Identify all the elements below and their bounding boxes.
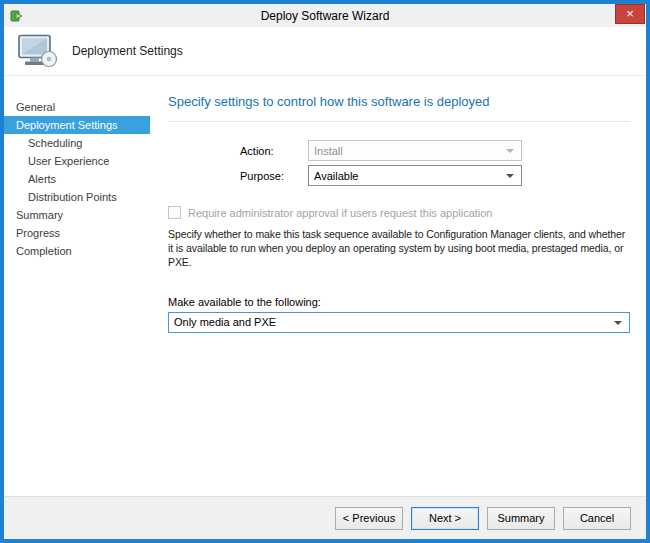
purpose-row: Purpose: Available [240,165,630,186]
sidebar-item-user-experience[interactable]: User Experience [4,152,150,170]
button-bar: < Previous Next > Summary Cancel [4,496,646,539]
purpose-value: Available [314,170,358,182]
next-button[interactable]: Next > [411,507,479,530]
wizard-content: Specify settings to control how this sof… [150,76,646,496]
wizard-steps-sidebar: General Deployment Settings Scheduling U… [4,76,150,496]
sidebar-item-progress[interactable]: Progress [4,224,150,242]
cancel-button[interactable]: Cancel [563,507,631,530]
action-value: Install [314,145,343,157]
summary-button[interactable]: Summary [487,507,555,530]
computer-icon [16,34,58,68]
window-title: Deploy Software Wizard [261,9,390,23]
approval-checkbox [168,206,181,219]
sidebar-item-scheduling[interactable]: Scheduling [4,134,150,152]
make-available-select[interactable]: Only media and PXE [168,312,630,333]
title-bar: Deploy Software Wizard × [4,4,646,27]
content-heading: Specify settings to control how this sof… [168,94,630,109]
wizard-app-icon [10,9,24,23]
purpose-select[interactable]: Available [308,165,522,186]
sidebar-item-deployment-settings[interactable]: Deployment Settings [4,116,150,134]
task-sequence-description: Specify whether to make this task sequen… [168,227,630,270]
sidebar-item-distribution-points[interactable]: Distribution Points [4,188,150,206]
purpose-label: Purpose: [240,170,308,182]
page-title: Deployment Settings [72,44,183,58]
chevron-down-icon [506,149,514,153]
make-available-label: Make available to the following: [168,296,630,308]
wizard-body: General Deployment Settings Scheduling U… [4,76,646,496]
action-label: Action: [240,145,308,157]
approval-row: Require administrator approval if users … [168,206,630,219]
sidebar-item-alerts[interactable]: Alerts [4,170,150,188]
approval-checkbox-label: Require administrator approval if users … [188,207,493,219]
close-icon: × [626,6,634,22]
sidebar-item-completion[interactable]: Completion [4,242,150,260]
chevron-down-icon [506,174,514,178]
action-select: Install [308,140,522,161]
chevron-down-icon [614,321,622,325]
heading-divider [168,121,630,122]
previous-button[interactable]: < Previous [335,507,403,530]
make-available-value: Only media and PXE [174,316,276,328]
deploy-software-wizard-window: Deploy Software Wizard × Deployment Sett… [0,0,650,543]
sidebar-item-summary[interactable]: Summary [4,206,150,224]
close-button[interactable]: × [615,4,645,24]
action-row: Action: Install [240,140,630,161]
wizard-header: Deployment Settings [4,27,646,76]
sidebar-item-general[interactable]: General [4,98,150,116]
